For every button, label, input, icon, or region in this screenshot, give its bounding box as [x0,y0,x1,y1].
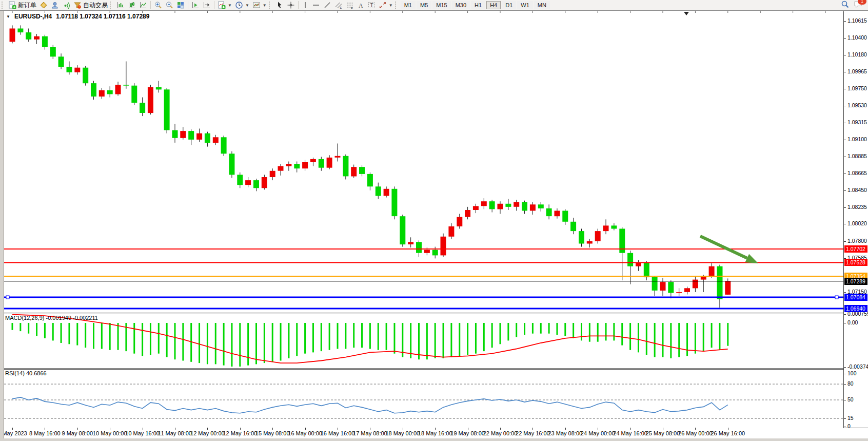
timeframe-d1-button[interactable]: D1 [502,1,516,9]
timeframe-h4-button[interactable]: H4 [486,1,501,9]
candle [229,154,234,175]
time-tick [598,428,598,430]
price-axis[interactable]: 1.106151.104001.101801.099651.097501.095… [844,11,868,428]
time-axis[interactable]: 8 May 20238 May 16:009 May 08:0010 May 0… [4,428,843,438]
candle [319,159,324,168]
candle [10,29,15,42]
cursor-button[interactable] [274,1,285,10]
signal-button[interactable] [61,1,72,10]
time-tick [728,428,728,430]
chevron-down-icon: ▼ [389,3,393,8]
notification-badge: 1 [858,0,866,5]
timeframe-m1-button[interactable]: M1 [401,1,416,9]
price-chart-pane[interactable] [4,11,843,313]
axis-tick-label: 1.08235 [847,204,867,210]
axis-tick-label: 0.00 [847,319,858,325]
chart-shift-marker[interactable] [684,12,689,15]
indicators-icon [218,1,226,9]
candle [351,167,357,176]
pane-splitter[interactable] [4,313,868,313]
candle [310,159,316,162]
pane-splitter[interactable] [4,368,868,369]
cursor-icon [275,1,284,9]
time-label: 8 May 16:00 [29,430,61,436]
tile-windows-icon [176,1,185,9]
search-icon[interactable] [841,0,850,11]
gold-button[interactable] [38,1,49,10]
toolbar-grip[interactable] [269,2,272,9]
chart-shift-icon [203,1,211,9]
time-label: 9 May 08:00 [62,430,93,436]
arrows-button[interactable]: ▼ [377,1,394,10]
macd-indicator-pane[interactable] [4,314,843,368]
time-label: 10 May 16:00 [125,430,160,436]
zoom-in-button[interactable] [152,1,164,10]
autotrade-label: 自动交易 [83,1,108,10]
candle [498,204,503,209]
arrow-annotation-shaft[interactable] [700,236,747,258]
horizontal-line-button[interactable] [310,1,322,10]
line-handle[interactable] [835,296,838,299]
bar-chart-button[interactable] [115,1,126,10]
candle [522,202,527,211]
chevron-down-icon: ▼ [228,3,232,8]
chart-menu-icon[interactable]: ▼ [6,14,10,19]
toolbar-grip[interactable] [2,2,5,9]
time-label: 15 May 08:00 [255,430,290,436]
bar-chart-icon [116,1,125,9]
timeframe-w1-button[interactable]: W1 [517,1,533,9]
candlestick-chart-button[interactable] [126,1,137,10]
text-label-button[interactable]: T [366,1,377,10]
timeframe-m30-button[interactable]: M30 [452,1,470,9]
timeframe-h1-button[interactable]: H1 [471,1,485,9]
profile-button[interactable] [49,1,61,10]
macd-header: MACD(12,26,9) -0.001949 -0.002211 [5,315,98,321]
crosshair-button[interactable] [285,1,297,10]
new-order-button[interactable]: 新订单 [7,1,38,10]
templates-button[interactable]: ▼ [251,1,268,10]
fibonacci-icon: F [346,1,354,9]
time-tick [338,428,338,430]
periods-button[interactable]: ▼ [233,1,251,10]
indicators-button[interactable]: ▼ [216,1,233,10]
axis-tick [844,123,846,123]
timeframe-mn-button[interactable]: MN [534,1,550,9]
axis-tick [844,367,846,368]
candle [278,166,284,171]
autotrade-icon [73,1,82,9]
autotrade-button[interactable]: 自动交易 [72,1,109,10]
candle [140,103,145,113]
line-handle[interactable] [6,296,9,299]
text-button[interactable]: A [356,1,366,10]
trendline-button[interactable] [322,1,333,10]
candle [652,277,658,291]
timeframe-m5-button[interactable]: M5 [417,1,431,9]
auto-scroll-button[interactable] [190,1,201,10]
pane-splitter[interactable] [4,369,868,370]
equidistant-channel-button[interactable]: E [333,1,344,10]
toolbar-grip[interactable] [395,2,399,9]
time-label: 18 May 00:00 [385,430,420,436]
candle [302,162,308,168]
toolbar-grip[interactable] [110,2,113,9]
timeframe-m15-button[interactable]: M15 [432,1,450,9]
tile-windows-button[interactable] [175,1,186,10]
axis-tick-label: 1.10180 [847,51,867,57]
line-chart-button[interactable] [137,1,149,10]
candle [376,186,381,196]
rsi-indicator-pane[interactable] [4,369,843,428]
candle [457,217,462,226]
arrow-annotation-head[interactable] [745,254,758,263]
pane-splitter[interactable] [4,314,868,314]
axis-tick [844,427,846,427]
chart-shift-button[interactable] [201,1,212,10]
candle [725,281,731,295]
time-tick [45,428,45,430]
fibonacci-button[interactable]: F [344,1,356,10]
vertical-line-button[interactable] [300,1,310,10]
zoom-out-button[interactable] [164,1,175,10]
candle [709,266,715,276]
axis-tick-label: 1.08020 [847,220,867,226]
notifications-button[interactable]: 1 [854,0,863,10]
axis-tick [844,374,846,374]
